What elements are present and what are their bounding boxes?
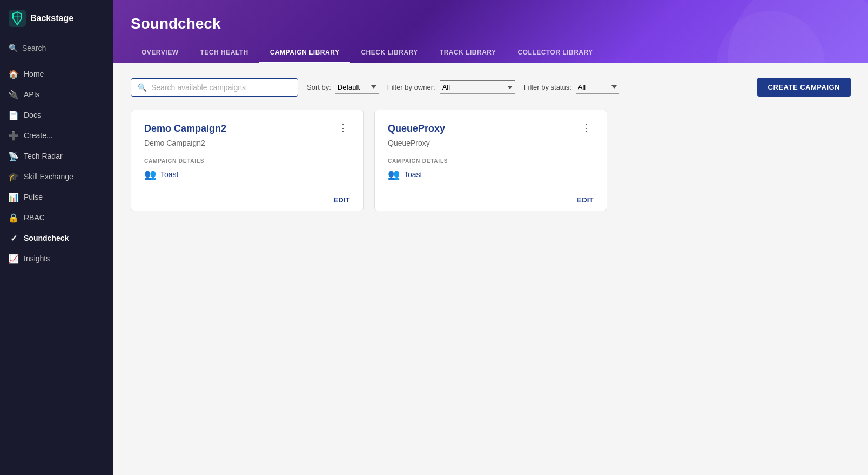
group-icon: 👥 (388, 168, 400, 180)
page-header: Soundcheck OVERVIEWTECH HEALTHCAMPAIGN L… (113, 0, 868, 63)
docs-icon: 📄 (9, 110, 18, 120)
filter-bar: 🔍 Sort by: Default Filter by owner: All … (131, 78, 851, 97)
campaign-card: QueueProxy ⋮ QueueProxy CAMPAIGN DETAILS… (374, 110, 607, 211)
tab-check-library[interactable]: CHECK LIBRARY (350, 43, 428, 63)
sidebar-logo[interactable]: Backstage (0, 0, 113, 37)
header-tabs: OVERVIEWTECH HEALTHCAMPAIGN LIBRARYCHECK… (131, 43, 851, 63)
sidebar-item-insights[interactable]: 📈 Insights (0, 248, 113, 269)
campaigns-grid: Demo Campaign2 ⋮ Demo Campaign2 CAMPAIGN… (131, 110, 851, 211)
card-footer: EDIT (375, 189, 607, 211)
tab-collector-library[interactable]: COLLECTOR LIBRARY (507, 43, 604, 63)
card-header: QueueProxy ⋮ (388, 123, 594, 134)
sidebar-item-label: Soundcheck (24, 234, 69, 242)
sort-label: Sort by: (307, 83, 331, 91)
tech-radar-icon: 📡 (9, 151, 18, 161)
create-icon: ➕ (9, 131, 18, 140)
page-title: Soundcheck (131, 15, 851, 32)
campaign-details-label: CAMPAIGN DETAILS (144, 158, 350, 164)
sidebar-logo-text: Backstage (30, 13, 73, 23)
card-owner: 👥 Toast (144, 168, 350, 180)
sidebar-item-label: Insights (24, 254, 50, 263)
sidebar-item-label: APIs (24, 90, 40, 99)
sidebar-item-skill-exchange[interactable]: 🎓 Skill Exchange (0, 166, 113, 187)
sort-group: Sort by: Default (307, 81, 379, 94)
card-edit-button[interactable]: EDIT (577, 196, 594, 204)
sidebar-item-tech-radar[interactable]: 📡 Tech Radar (0, 146, 113, 166)
search-icon: 🔍 (138, 83, 147, 92)
search-box[interactable]: 🔍 (131, 78, 298, 97)
sidebar-search-button[interactable]: 🔍 Search (0, 37, 113, 59)
create-campaign-button[interactable]: CREATE CAMPAIGN (757, 78, 851, 97)
card-body: Demo Campaign2 ⋮ Demo Campaign2 CAMPAIGN… (131, 110, 363, 189)
search-icon: 🔍 (9, 44, 18, 52)
sidebar-item-docs[interactable]: 📄 Docs (0, 105, 113, 125)
sidebar-item-rbac[interactable]: 🔒 RBAC (0, 207, 113, 228)
campaign-details-label: CAMPAIGN DETAILS (388, 158, 594, 164)
filter-status-label: Filter by status: (524, 83, 571, 91)
card-title[interactable]: Demo Campaign2 (144, 123, 226, 134)
group-icon: 👥 (144, 168, 156, 180)
pulse-icon: 📊 (9, 192, 18, 202)
tab-campaign-library[interactable]: CAMPAIGN LIBRARY (259, 43, 351, 63)
card-header: Demo Campaign2 ⋮ (144, 123, 350, 134)
content-area: 🔍 Sort by: Default Filter by owner: All … (113, 63, 868, 475)
filter-owner-group: Filter by owner: All (387, 80, 515, 94)
insights-icon: 📈 (9, 254, 18, 263)
skill-exchange-icon: 🎓 (9, 172, 18, 181)
main-content: Soundcheck OVERVIEWTECH HEALTHCAMPAIGN L… (113, 0, 868, 475)
filter-status-group: Filter by status: All (524, 81, 619, 94)
sidebar-item-label: RBAC (24, 213, 45, 222)
card-description: QueueProxy (388, 139, 594, 147)
sidebar-item-create[interactable]: ➕ Create... (0, 125, 113, 146)
sidebar-item-label: Pulse (24, 193, 43, 201)
home-icon: 🏠 (9, 69, 18, 79)
sidebar-item-label: Docs (24, 111, 41, 119)
rbac-icon: 🔒 (9, 213, 18, 222)
sidebar-search-label: Search (22, 44, 46, 52)
soundcheck-icon: ✓ (9, 233, 18, 243)
card-menu-button[interactable]: ⋮ (580, 123, 594, 133)
sidebar-item-label: Home (24, 70, 44, 78)
card-edit-button[interactable]: EDIT (333, 196, 350, 204)
card-owner: 👥 Toast (388, 168, 594, 180)
filter-status-select[interactable]: All (576, 81, 619, 94)
sidebar-item-label: Tech Radar (24, 152, 63, 160)
card-body: QueueProxy ⋮ QueueProxy CAMPAIGN DETAILS… (375, 110, 607, 189)
tab-tech-health[interactable]: TECH HEALTH (189, 43, 259, 63)
sidebar-item-label: Create... (24, 131, 53, 140)
apis-icon: 🔌 (9, 90, 18, 99)
tab-overview[interactable]: OVERVIEW (131, 43, 189, 63)
sort-select[interactable]: Default (335, 81, 379, 94)
card-footer: EDIT (131, 189, 363, 211)
search-input[interactable] (151, 83, 291, 92)
owner-link[interactable]: Toast (160, 170, 178, 179)
tab-track-library[interactable]: TRACK LIBRARY (429, 43, 507, 63)
card-title[interactable]: QueueProxy (388, 123, 445, 134)
sidebar-item-label: Skill Exchange (24, 172, 73, 181)
backstage-logo-icon (9, 10, 26, 27)
campaign-card: Demo Campaign2 ⋮ Demo Campaign2 CAMPAIGN… (131, 110, 364, 211)
filter-owner-select[interactable]: All (440, 80, 515, 94)
sidebar-item-apis[interactable]: 🔌 APIs (0, 84, 113, 105)
sidebar-item-pulse[interactable]: 📊 Pulse (0, 187, 113, 207)
card-description: Demo Campaign2 (144, 139, 350, 147)
sidebar-item-home[interactable]: 🏠 Home (0, 64, 113, 84)
card-menu-button[interactable]: ⋮ (336, 123, 350, 133)
sidebar-item-soundcheck[interactable]: ✓ Soundcheck (0, 228, 113, 248)
sidebar: Backstage 🔍 Search 🏠 Home 🔌 APIs 📄 Docs … (0, 0, 113, 475)
sidebar-nav: 🏠 Home 🔌 APIs 📄 Docs ➕ Create... 📡 Tech … (0, 59, 113, 475)
filter-owner-label: Filter by owner: (387, 83, 435, 91)
owner-link[interactable]: Toast (404, 170, 422, 179)
